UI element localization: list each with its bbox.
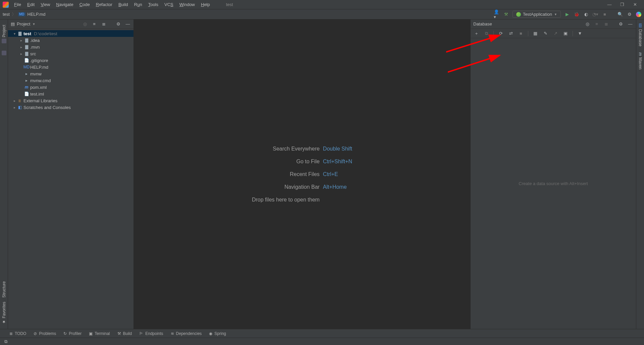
- hint-recent-key[interactable]: Ctrl+E: [323, 168, 352, 181]
- right-tab-database[interactable]: 🗄 Database: [637, 21, 643, 48]
- tree-folder-src[interactable]: ▸ ▇ src: [8, 50, 133, 57]
- db-collapse-icon[interactable]: ≣: [603, 21, 609, 27]
- hint-navbar-key[interactable]: Alt+Home: [323, 181, 352, 193]
- stop-icon[interactable]: ■: [602, 11, 608, 17]
- db-duplicate-icon[interactable]: ⧉: [483, 31, 489, 37]
- project-panel-title[interactable]: ▤ Project ▼: [11, 21, 35, 26]
- list-icon: ≣: [9, 331, 13, 336]
- minimize-button[interactable]: —: [607, 2, 612, 7]
- menu-run[interactable]: Run: [131, 1, 145, 8]
- tree-file-gitignore[interactable]: 📄 .gitignore: [8, 57, 133, 64]
- bottom-tab-endpoints[interactable]: 🏳Endpoints: [139, 331, 163, 336]
- profiler-icon: ↻: [63, 331, 67, 336]
- bottom-tab-dependencies[interactable]: ≋Dependencies: [171, 331, 202, 336]
- menu-build[interactable]: Build: [116, 1, 131, 8]
- debug-icon[interactable]: 🐞: [574, 11, 580, 17]
- db-jump-icon[interactable]: ↗: [552, 31, 558, 37]
- tree-collapse-icon[interactable]: ▸: [13, 99, 16, 103]
- bottom-tab-profiler[interactable]: ↻Profiler: [63, 331, 82, 336]
- db-table-icon[interactable]: ▦: [532, 31, 538, 37]
- left-tab-files[interactable]: [1, 49, 7, 57]
- db-expand-icon[interactable]: ≡: [594, 21, 600, 27]
- menu-view[interactable]: View: [38, 1, 53, 8]
- tree-expand-icon[interactable]: ▾: [13, 32, 16, 36]
- tree-collapse-icon[interactable]: ▸: [19, 39, 23, 42]
- menu-tools[interactable]: Tools: [146, 1, 161, 8]
- left-tab-favorites-label: Favorites: [2, 302, 6, 318]
- profile-icon[interactable]: ◔▾: [592, 11, 598, 17]
- hammer-icon[interactable]: ⚒: [503, 11, 509, 17]
- panel-settings-icon[interactable]: ⚙: [115, 21, 121, 27]
- tree-collapse-icon[interactable]: ▸: [13, 106, 16, 109]
- bottom-tab-problems[interactable]: ⊘Problems: [34, 331, 56, 336]
- right-tab-maven[interactable]: m Maven: [637, 50, 643, 71]
- tree-scratches[interactable]: ▸ ◧ Scratches and Consoles: [8, 104, 133, 111]
- bottom-tab-todo[interactable]: ≣TODO: [9, 331, 26, 336]
- left-tab-structure[interactable]: Structure: [1, 279, 7, 300]
- hint-goto-key[interactable]: Ctrl+Shift+N: [323, 155, 352, 168]
- hint-search-label: Search Everywhere: [252, 142, 323, 155]
- tree-file-help[interactable]: MD HELP.md: [8, 64, 133, 70]
- project-panel-title-label: Project: [17, 21, 30, 26]
- tree-root[interactable]: ▾ ▇ test D:\code\test: [8, 30, 133, 37]
- menu-help[interactable]: Help: [198, 1, 213, 8]
- db-filter-icon[interactable]: ▼: [577, 31, 583, 37]
- db-settings-icon[interactable]: ⚙: [618, 21, 624, 27]
- menu-file[interactable]: FFileile: [11, 1, 24, 8]
- bottom-tab-terminal[interactable]: ▣Terminal: [89, 331, 110, 336]
- expand-all-icon[interactable]: ≡: [91, 21, 97, 27]
- add-config-icon[interactable]: 👤▾: [494, 11, 500, 17]
- search-icon[interactable]: 🔍: [617, 11, 623, 17]
- tree-root-name: test: [23, 31, 31, 36]
- settings-icon[interactable]: ⚙: [627, 11, 633, 17]
- tree-external-libs[interactable]: ▸ ⫼ External Libraries: [8, 97, 133, 104]
- menu-edit[interactable]: Edit: [24, 1, 37, 8]
- locate-icon[interactable]: ◎: [82, 21, 88, 27]
- tree-file-pom[interactable]: m pom.xml: [8, 84, 133, 91]
- db-console-icon[interactable]: ▣: [562, 31, 569, 37]
- menu-navigate[interactable]: Navigate: [53, 1, 76, 8]
- maximize-button[interactable]: ❐: [620, 2, 625, 7]
- db-hide-icon[interactable]: —: [627, 21, 633, 27]
- tree-collapse-icon[interactable]: ▸: [19, 45, 23, 49]
- statusbar: ⧉: [0, 338, 644, 345]
- editor-area[interactable]: Search Everywhere Double Shift Go to Fil…: [134, 19, 470, 329]
- breadcrumb-file[interactable]: HELP.md: [28, 12, 46, 17]
- menu-code[interactable]: Code: [77, 1, 93, 8]
- bottom-tab-build[interactable]: ⚒Build: [117, 331, 132, 336]
- db-edit-icon[interactable]: ✎: [542, 31, 548, 37]
- breadcrumb-root[interactable]: test: [3, 12, 10, 17]
- tree-file-iml[interactable]: 📄 test.iml: [8, 91, 133, 97]
- hide-panel-icon[interactable]: —: [125, 21, 131, 27]
- tree-file-mvnwcmd[interactable]: ▸ mvnw.cmd: [8, 77, 133, 84]
- database-toolbar: ＋ ⧉ ⟳ ⇄ ■ ▦ ✎ ↗ ▣ ▼: [471, 29, 636, 38]
- collapse-all-icon[interactable]: ≣: [101, 21, 107, 27]
- tree-file-mvnw[interactable]: ▸ mvnw: [8, 70, 133, 77]
- left-tab-favorites[interactable]: ★ Favorites: [1, 300, 7, 326]
- left-tab-project[interactable]: Project: [1, 23, 7, 45]
- close-button[interactable]: ✕: [633, 2, 637, 7]
- db-locate-icon[interactable]: ◎: [584, 21, 590, 27]
- folder-icon: ▇: [24, 38, 29, 43]
- db-refresh-icon[interactable]: ⟳: [498, 31, 504, 37]
- database-body[interactable]: Create a data source with Alt+Insert: [471, 38, 636, 329]
- project-tree[interactable]: ▾ ▇ test D:\code\test ▸ ▇ .idea ▸ ▇ .mvn…: [8, 29, 133, 329]
- coverage-icon[interactable]: ◐: [583, 11, 589, 17]
- tree-collapse-icon[interactable]: ▸: [19, 52, 23, 56]
- bottom-tab-spring[interactable]: ◉Spring: [209, 331, 226, 336]
- menu-vcs[interactable]: VCS: [162, 1, 176, 8]
- tree-folder-mvn[interactable]: ▸ ▇ .mvn: [8, 44, 133, 50]
- hint-search-key[interactable]: Double Shift: [323, 142, 352, 155]
- code-with-me-icon[interactable]: [636, 12, 641, 17]
- run-icon[interactable]: ▶: [564, 11, 570, 17]
- bottom-toolbar: ≣TODO ⊘Problems ↻Profiler ▣Terminal ⚒Bui…: [0, 329, 644, 338]
- tree-label: HELP.md: [30, 65, 48, 70]
- db-sync-icon[interactable]: ⇄: [508, 31, 514, 37]
- db-stop-icon[interactable]: ■: [518, 31, 524, 37]
- db-add-icon[interactable]: ＋: [473, 31, 479, 37]
- toolwindows-icon[interactable]: ⧉: [3, 339, 9, 345]
- menu-refactor[interactable]: Refactor: [93, 1, 115, 8]
- tree-folder-idea[interactable]: ▸ ▇ .idea: [8, 37, 133, 44]
- menu-window[interactable]: Window: [177, 1, 198, 8]
- run-config-selector[interactable]: TestApplication ▼: [513, 11, 561, 18]
